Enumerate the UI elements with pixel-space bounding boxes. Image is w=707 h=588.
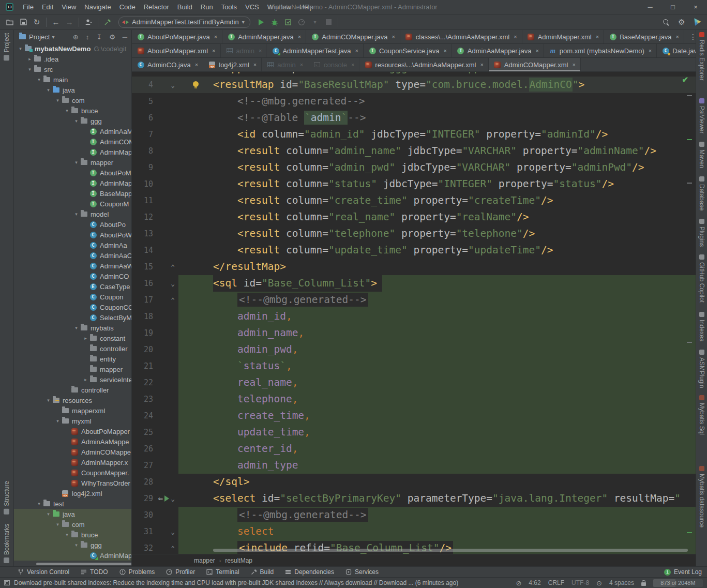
- tree-item-com[interactable]: ▾com: [14, 519, 131, 530]
- menu-refactor[interactable]: Refactor: [140, 3, 173, 11]
- menu-file[interactable]: File: [19, 3, 38, 11]
- hide-panel-icon[interactable]: ─: [123, 33, 127, 41]
- tab-close-icon[interactable]: ×: [355, 48, 358, 54]
- stripe-button-psiviewer[interactable]: PsiViewer: [698, 98, 705, 133]
- code-line-4[interactable]: 4⌄<resultMap id="BaseResultMap" type="co…: [132, 77, 696, 93]
- forward-icon[interactable]: →: [63, 16, 76, 28]
- tab-close-icon[interactable]: ×: [298, 34, 301, 40]
- tab-adminco-java[interactable]: CAdminCO.java×: [132, 58, 203, 71]
- tree-item-aboutpomapper[interactable]: AboutPoMapper: [14, 426, 131, 436]
- menu-code[interactable]: Code: [115, 3, 140, 11]
- stripe-button-maven[interactable]: Maven: [698, 142, 705, 168]
- stripe-button-asmplugin[interactable]: ASMPlugin: [698, 350, 705, 388]
- run-with-coverage-button[interactable]: [281, 16, 295, 28]
- code-line-6[interactable]: 6 <!--@Table `admin`-->: [132, 110, 696, 126]
- code-line-8[interactable]: 8 <result column="admin_name" jdbcType="…: [132, 143, 696, 159]
- tree-item-couponmapper-[interactable]: CouponMapper.: [14, 468, 131, 478]
- line-ending[interactable]: CRLF: [548, 579, 564, 586]
- profiler-button[interactable]: [295, 16, 308, 28]
- tree-chevron-icon[interactable]: ▸: [26, 56, 33, 62]
- run-statement-icon[interactable]: [164, 495, 169, 502]
- tree-chevron-icon[interactable]: ▾: [73, 160, 80, 165]
- code-line-27[interactable]: 27 admin_type: [132, 457, 696, 474]
- tab-adminmapper-java[interactable]: IAdminMapper.java×: [222, 30, 306, 43]
- editor-hscrollbar[interactable]: [213, 549, 688, 552]
- code-line-24[interactable]: 24 create_time,: [132, 408, 696, 424]
- stripe-button-mybatis-sql[interactable]: Mybatis Sql: [698, 395, 705, 435]
- code-line-18[interactable]: 18 admin_id,: [132, 308, 696, 325]
- indent-setting[interactable]: 4 spaces: [609, 579, 634, 586]
- toolwindow-button-build[interactable]: Build: [251, 568, 274, 576]
- tab-admin[interactable]: admin×: [262, 58, 308, 71]
- tab-aboutpomapper-java[interactable]: IAboutPoMapper.java×: [132, 30, 222, 43]
- tab-close-icon[interactable]: ×: [392, 34, 395, 40]
- code-line-16[interactable]: 16⌄<sql id="Base_Column_List">: [132, 275, 696, 292]
- tree-chevron-icon[interactable]: ▾: [45, 87, 52, 93]
- search-everywhere-icon[interactable]: [659, 16, 673, 28]
- status-message[interactable]: Download pre-built shared indexes: Reduc…: [14, 579, 458, 586]
- menu-view[interactable]: View: [57, 3, 80, 11]
- tree-item-mapper[interactable]: mapper: [14, 364, 131, 374]
- tab-basemapper-java[interactable]: IBaseMapper.java×: [604, 30, 684, 43]
- tree-item-com[interactable]: ▾com: [14, 95, 131, 105]
- tree-chevron-icon[interactable]: ▸: [82, 377, 89, 382]
- tree-chevron-icon[interactable]: ▾: [64, 532, 70, 537]
- tab-log4j2-xml[interactable]: <>log4j2.xml×: [203, 58, 262, 71]
- minimize-button[interactable]: ─: [639, 0, 661, 14]
- tree-chevron-icon[interactable]: ▾: [73, 212, 80, 217]
- code-line-31[interactable]: 31⌄ select: [132, 523, 696, 540]
- memory-indicator[interactable]: 873 of 2048M: [653, 579, 703, 587]
- tree-chevron-icon[interactable]: ▾: [73, 118, 80, 124]
- code-line-25[interactable]: 25 update_time,: [132, 424, 696, 441]
- stripe-button-bookmarks[interactable]: Bookmarks: [3, 524, 10, 563]
- tree-item-aboutpow[interactable]: CAboutPoW: [14, 230, 131, 240]
- tree-item-adminmap[interactable]: IAdminMap: [14, 178, 131, 188]
- tab-close-icon[interactable]: ×: [259, 48, 262, 54]
- tree-item-controller[interactable]: controller: [14, 343, 131, 354]
- tree-item-entity[interactable]: entity: [14, 354, 131, 364]
- toolwindow-toggle-icon[interactable]: [4, 580, 10, 585]
- tree-item-couponco[interactable]: CCouponCO: [14, 302, 131, 312]
- tree-item-adminmap[interactable]: CAdminMap: [14, 550, 131, 561]
- tree-item-mapper[interactable]: ▾mapper: [14, 157, 131, 168]
- tree-chevron-icon[interactable]: ▾: [45, 398, 52, 403]
- toolwindow-button-profiler[interactable]: Profiler: [166, 568, 195, 576]
- fold-marker-expanded-icon[interactable]: ⌄: [171, 529, 175, 535]
- menu-tools[interactable]: Tools: [217, 3, 241, 11]
- stripe-button-plugins[interactable]: Plugins: [698, 219, 705, 247]
- profiler-chevron-icon[interactable]: ▾: [308, 16, 322, 28]
- tab-resources-adminaamapper-xml[interactable]: resources\...\AdminAaMapper.xml×: [359, 58, 489, 71]
- tab-couponservice-java[interactable]: ICouponService.java×: [364, 44, 452, 57]
- tree-item-controller[interactable]: controller: [14, 385, 131, 395]
- more-tabs-button[interactable]: ⋮: [684, 30, 696, 43]
- tree-item-bruce[interactable]: ▾bruce: [14, 105, 131, 116]
- tab-close-icon[interactable]: ×: [676, 34, 679, 40]
- toolwindow-button-terminal[interactable]: Terminal: [206, 568, 239, 576]
- tree-item-aboutpo[interactable]: CAboutPo: [14, 219, 131, 230]
- tree-item-adminaamappe[interactable]: AdminAaMappe: [14, 436, 131, 447]
- tree-item-constant[interactable]: ▸constant: [14, 333, 131, 343]
- tree-item-ggg[interactable]: ▾ggg: [14, 116, 131, 126]
- menu-edit[interactable]: Edit: [38, 3, 57, 11]
- code-line-11[interactable]: 11 <result column="create_time" property…: [132, 192, 696, 209]
- tree-item-java[interactable]: ▾java: [14, 85, 131, 95]
- code-line-12[interactable]: 12 <result column="real_name" property="…: [132, 209, 696, 225]
- lock-icon[interactable]: [641, 582, 646, 586]
- toolwindow-button-todo[interactable]: TODO: [81, 568, 108, 576]
- settings-gear-icon[interactable]: ⚙: [675, 16, 688, 28]
- tab-close-icon[interactable]: ×: [212, 48, 215, 54]
- stripe-button-mybatis-datasource[interactable]: Mybatis datasource: [698, 466, 705, 527]
- tree-item-main[interactable]: ▾main: [14, 74, 131, 85]
- tree-chevron-icon[interactable]: ▸: [82, 336, 89, 341]
- fold-marker-end-icon[interactable]: ⌃: [171, 545, 175, 552]
- breadcrumb-mapper[interactable]: mapper: [194, 557, 215, 564]
- code-line-17[interactable]: 17⌃ <!--@mbg.generated-->: [132, 292, 696, 308]
- tab-classes-adminaamapper-xml[interactable]: classes\...\AdminAaMapper.xml×: [400, 30, 522, 43]
- tab-close-icon[interactable]: ×: [195, 62, 198, 68]
- code-line-28[interactable]: 28</sql>: [132, 474, 696, 490]
- stop-button[interactable]: [322, 16, 335, 28]
- menu-navigate[interactable]: Navigate: [80, 3, 115, 11]
- tab-adminaamapper-java[interactable]: IAdminAaMapper.java×: [452, 44, 544, 57]
- build-hammer-icon[interactable]: [101, 16, 114, 28]
- code-line-29[interactable]: 29⇐⌄<select id="selectByPrimaryKey" para…: [132, 490, 696, 507]
